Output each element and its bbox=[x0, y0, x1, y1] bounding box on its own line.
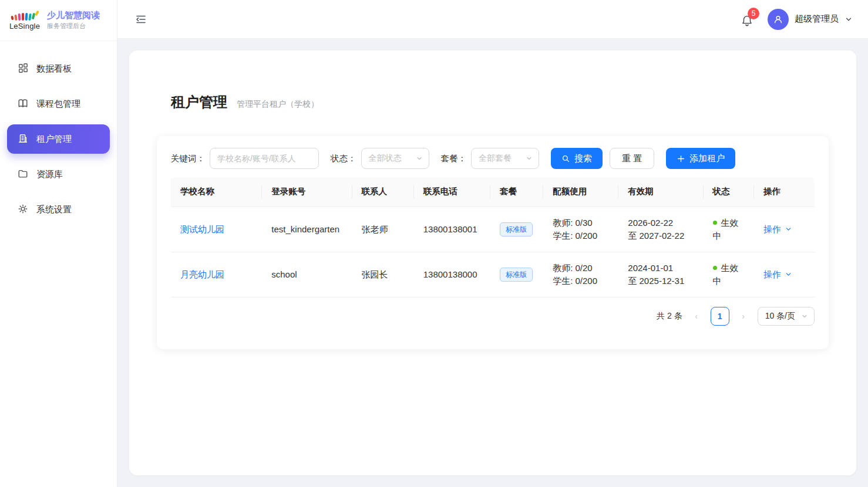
sidebar-collapse-button[interactable] bbox=[133, 11, 149, 28]
col-actions: 操作 bbox=[754, 177, 815, 207]
status-label: 状态： bbox=[331, 153, 356, 164]
keyword-label: 关键词： bbox=[171, 153, 205, 164]
account-cell: test_kindergarten bbox=[262, 207, 352, 252]
phone-cell: 13800138001 bbox=[414, 207, 490, 252]
username: 超级管理员 bbox=[795, 13, 839, 25]
sidebar-item-label: 课程包管理 bbox=[36, 99, 80, 110]
page-subtitle: 管理平台租户（学校） bbox=[237, 99, 319, 110]
chevron-down-icon bbox=[785, 270, 792, 278]
account-cell: school bbox=[262, 252, 352, 297]
plan-label: 套餐： bbox=[441, 153, 467, 164]
school-link[interactable]: 月亮幼儿园 bbox=[180, 269, 224, 279]
keyword-input[interactable] bbox=[210, 148, 319, 169]
plus-icon bbox=[677, 154, 685, 163]
sidebar-item-tenants[interactable]: 租户管理 bbox=[7, 124, 110, 154]
row-actions-dropdown[interactable]: 操作 bbox=[763, 223, 792, 236]
sidebar-item-dashboard[interactable]: 数据看板 bbox=[7, 54, 110, 83]
validity-cell: 2024-01-01 至 2025-12-31 bbox=[618, 252, 703, 297]
status-select[interactable]: 全部状态 bbox=[361, 148, 429, 169]
dashboard-icon bbox=[18, 63, 28, 75]
search-button[interactable]: 搜索 bbox=[551, 148, 603, 169]
sidebar-item-label: 租户管理 bbox=[36, 134, 72, 145]
status-dot-icon bbox=[713, 221, 717, 225]
filter-bar: 关键词： 状态： 全部状态 套餐： 全部套餐 bbox=[171, 148, 815, 169]
col-contact: 联系人 bbox=[352, 177, 414, 207]
brand-name: LeSingle bbox=[9, 22, 40, 31]
col-validity: 有效期 bbox=[618, 177, 703, 207]
sidebar-item-label: 系统设置 bbox=[36, 204, 72, 215]
contact-cell: 张园长 bbox=[352, 252, 414, 297]
app-window: LeSingle 少儿智慧阅读 服务管理后台 数据看板 bbox=[0, 0, 868, 487]
pagination: 共 2 条 ‹ 1 › 10 条/页 bbox=[171, 307, 815, 326]
col-school: 学校名称 bbox=[171, 177, 262, 207]
school-link[interactable]: 测试幼儿园 bbox=[180, 224, 224, 234]
table-row: 测试幼儿园 test_kindergarten 张老师 13800138001 … bbox=[171, 207, 815, 252]
logo: LeSingle 少儿智慧阅读 服务管理后台 bbox=[0, 0, 117, 41]
sidebar-item-label: 资源库 bbox=[36, 169, 63, 180]
page-number-button[interactable]: 1 bbox=[711, 307, 729, 326]
status-dot-icon bbox=[713, 266, 717, 270]
add-tenant-button[interactable]: 添加租户 bbox=[666, 148, 735, 169]
user-menu[interactable]: 超级管理员 bbox=[768, 9, 853, 30]
building-icon bbox=[18, 133, 28, 146]
tenant-table: 学校名称 登录账号 联系人 联系电话 套餐 配额使用 有效期 状态 操作 bbox=[171, 177, 815, 297]
prev-page-button[interactable]: ‹ bbox=[691, 312, 702, 321]
app-title: 少儿智慧阅读 bbox=[47, 10, 100, 21]
quota-cell: 教师: 0/20 学生: 0/200 bbox=[543, 252, 618, 297]
user-icon bbox=[772, 13, 784, 25]
gear-icon bbox=[18, 204, 28, 216]
plan-tag: 标准版 bbox=[500, 222, 533, 236]
plan-select[interactable]: 全部套餐 bbox=[471, 148, 539, 169]
sidebar-item-settings[interactable]: 系统设置 bbox=[7, 195, 110, 224]
chevron-down-icon bbox=[845, 15, 853, 23]
row-actions-dropdown[interactable]: 操作 bbox=[763, 268, 792, 281]
avatar bbox=[768, 9, 789, 30]
col-quota: 配额使用 bbox=[543, 177, 618, 207]
col-account: 登录账号 bbox=[262, 177, 352, 207]
col-plan: 套餐 bbox=[490, 177, 543, 207]
contact-cell: 张老师 bbox=[352, 207, 414, 252]
col-status: 状态 bbox=[704, 177, 754, 207]
folder-icon bbox=[18, 168, 28, 181]
status-cell: 生效中 bbox=[704, 207, 754, 252]
validity-cell: 2026-02-22 至 2027-02-22 bbox=[618, 207, 703, 252]
app-subtitle: 服务管理后台 bbox=[47, 22, 100, 31]
chevron-down-icon bbox=[416, 155, 423, 162]
status-cell: 生效中 bbox=[704, 252, 754, 297]
pagination-total: 共 2 条 bbox=[657, 311, 682, 322]
sidebar-item-label: 数据看板 bbox=[36, 63, 72, 75]
menu-fold-icon bbox=[135, 13, 147, 25]
page-header: 租户管理 管理平台租户（学校） bbox=[171, 94, 829, 110]
sidebar: LeSingle 少儿智慧阅读 服务管理后台 数据看板 bbox=[0, 0, 117, 487]
page-card: 租户管理 管理平台租户（学校） 关键词： 状态： 全部状态 套餐： bbox=[129, 50, 856, 475]
sidebar-item-resources[interactable]: 资源库 bbox=[7, 160, 110, 189]
tenant-panel: 关键词： 状态： 全部状态 套餐： 全部套餐 bbox=[157, 136, 829, 349]
content-area: 租户管理 管理平台租户（学校） 关键词： 状态： 全部状态 套餐： bbox=[117, 39, 868, 487]
topbar: 5 超级管理员 bbox=[117, 0, 868, 39]
book-icon bbox=[18, 98, 28, 110]
search-icon bbox=[561, 154, 570, 163]
chevron-down-icon bbox=[785, 225, 792, 233]
col-phone: 联系电话 bbox=[414, 177, 490, 207]
table-row: 月亮幼儿园 school 张园长 13800138000 标准版 教师: 0/2… bbox=[171, 252, 815, 297]
reset-button[interactable]: 重 置 bbox=[610, 148, 654, 169]
sidebar-item-course-packages[interactable]: 课程包管理 bbox=[7, 89, 110, 119]
notification-badge: 5 bbox=[748, 8, 759, 19]
plan-tag: 标准版 bbox=[500, 268, 533, 282]
page-title: 租户管理 bbox=[171, 94, 227, 110]
table-header-row: 学校名称 登录账号 联系人 联系电话 套餐 配额使用 有效期 状态 操作 bbox=[171, 177, 815, 207]
sidebar-menu: 数据看板 课程包管理 bbox=[0, 41, 117, 237]
chevron-down-icon bbox=[526, 155, 533, 162]
notifications-button[interactable]: 5 bbox=[741, 12, 756, 27]
quota-cell: 教师: 0/30 学生: 0/200 bbox=[543, 207, 618, 252]
next-page-button[interactable]: › bbox=[738, 312, 749, 321]
page-size-select[interactable]: 10 条/页 bbox=[758, 307, 815, 326]
phone-cell: 13800138000 bbox=[414, 252, 490, 297]
brand-logo-icon: LeSingle bbox=[8, 10, 41, 31]
chevron-down-icon bbox=[801, 313, 808, 320]
